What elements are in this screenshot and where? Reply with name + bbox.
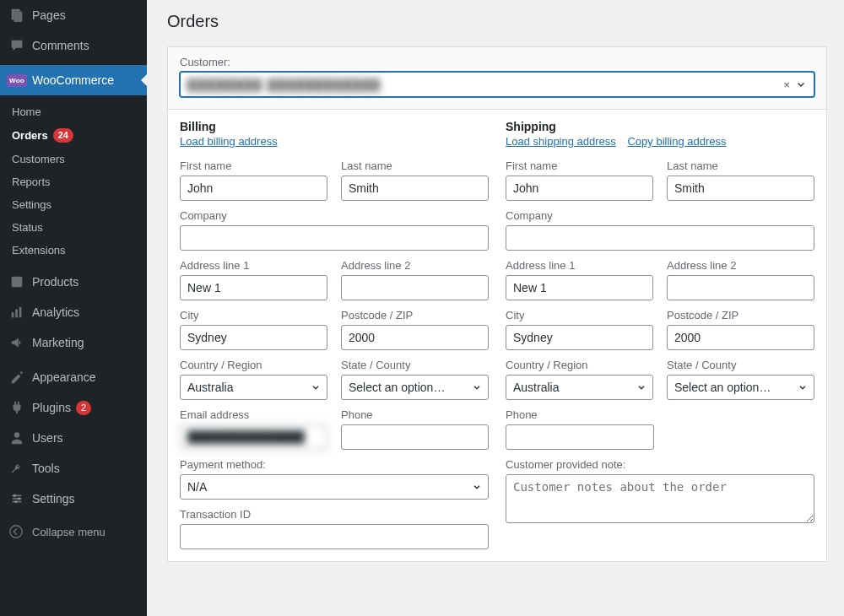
menu-comments[interactable]: Comments [0,30,147,61]
svg-rect-2 [14,12,22,23]
copy-billing-link[interactable]: Copy billing address [627,135,726,148]
svg-rect-5 [15,309,18,317]
billing-phone-input[interactable] [341,424,489,450]
products-icon [8,273,25,290]
submenu-home[interactable]: Home [0,100,147,123]
users-icon [8,430,25,446]
comments-icon [8,37,25,54]
shipping-state-label: State / County [667,359,814,371]
billing-addr2-input[interactable] [341,275,489,300]
billing-first-name-input[interactable] [180,176,327,201]
menu-label: Settings [32,492,75,505]
submenu-status[interactable]: Status [0,216,147,239]
shipping-company-input[interactable] [506,225,814,251]
menu-label: Marketing [32,336,84,349]
shipping-last-name-input[interactable] [667,176,814,201]
submenu-label: Home [12,105,41,118]
shipping-city-input[interactable] [506,325,653,350]
menu-tools[interactable]: Tools [0,453,147,484]
shipping-state-select[interactable]: Select an option… [667,375,814,400]
plugins-icon [8,399,25,416]
marketing-icon [8,334,25,351]
menu-label: Pages [32,8,66,22]
menu-plugins[interactable]: Plugins 2 [0,392,147,423]
appearance-icon [8,369,25,386]
billing-postcode-label: Postcode / ZIP [341,309,489,322]
billing-company-input[interactable] [180,225,489,251]
menu-label: Analytics [32,305,79,319]
shipping-first-name-label: First name [506,159,653,172]
clear-icon[interactable]: × [783,78,790,91]
billing-phone-label: Phone [341,408,489,421]
shipping-country-select[interactable]: Australia [506,375,653,400]
customer-note-label: Customer provided note: [506,458,814,471]
submenu-label: Reports [12,176,51,188]
shipping-addr1-input[interactable] [506,275,653,300]
billing-addr1-input[interactable] [180,275,327,300]
svg-rect-6 [19,307,22,318]
billing-email-input[interactable] [180,424,327,450]
submenu-orders[interactable]: Orders 24 [0,123,147,148]
chevron-down-icon [795,78,807,90]
shipping-postcode-label: Postcode / ZIP [667,309,814,322]
billing-last-name-label: Last name [341,159,489,172]
tools-icon [8,460,25,477]
billing-heading: Billing [180,120,489,133]
shipping-postcode-input[interactable] [667,325,814,350]
billing-addr1-label: Address line 1 [180,259,327,272]
payment-method-label: Payment method: [180,458,489,471]
billing-section: Billing Load billing address First name … [180,120,489,549]
customer-note-textarea[interactable] [506,474,814,523]
submenu-label: Status [12,221,43,234]
orders-count-badge: 24 [53,128,73,143]
shipping-addr2-input[interactable] [667,275,814,300]
billing-last-name-input[interactable] [341,176,489,201]
payment-method-select[interactable]: N/A [180,474,489,500]
menu-label: Appearance [32,370,96,384]
menu-label: Comments [32,39,89,52]
menu-woocommerce[interactable]: Woo WooCommerce [0,65,147,95]
shipping-last-name-label: Last name [667,159,814,172]
collapse-label: Collapse menu [32,526,106,538]
collapse-menu[interactable]: Collapse menu [0,517,147,546]
submenu-label: Extensions [12,244,66,257]
submenu-label: Settings [12,198,51,211]
settings-icon [8,490,25,507]
menu-pages[interactable]: Pages [0,0,147,30]
load-shipping-link[interactable]: Load shipping address [506,135,616,148]
customer-select[interactable]: ████████ ████████████ × [180,72,814,97]
admin-sidebar: Pages Comments Woo WooCommerce Home Orde… [0,0,147,616]
billing-addr2-label: Address line 2 [341,259,489,272]
menu-label: Tools [32,462,60,475]
billing-city-input[interactable] [180,325,327,350]
billing-country-select[interactable]: Australia [180,375,327,400]
submenu-label: Orders [12,129,48,142]
billing-state-select[interactable]: Select an option… [341,375,489,400]
submenu-extensions[interactable]: Extensions [0,239,147,262]
shipping-first-name-input[interactable] [506,176,653,201]
submenu-reports[interactable]: Reports [0,170,147,193]
transaction-id-label: Transaction ID [180,508,489,521]
shipping-city-label: City [506,309,653,322]
menu-analytics[interactable]: Analytics [0,297,147,327]
billing-country-label: Country / Region [180,359,327,371]
transaction-id-input[interactable] [180,524,489,549]
menu-marketing[interactable]: Marketing [0,327,147,358]
shipping-section: Shipping Load shipping address Copy bill… [506,120,814,549]
menu-appearance[interactable]: Appearance [0,362,147,392]
shipping-addr2-label: Address line 2 [667,259,814,272]
submenu-customers[interactable]: Customers [0,148,147,170]
menu-products[interactable]: Products [0,267,147,297]
load-billing-link[interactable]: Load billing address [180,135,278,148]
shipping-phone-input[interactable] [506,424,654,450]
menu-users[interactable]: Users [0,423,147,453]
svg-point-14 [10,526,22,538]
menu-settings[interactable]: Settings [0,484,147,514]
submenu-settings[interactable]: Settings [0,193,147,216]
menu-label: WooCommerce [32,73,114,87]
billing-city-label: City [180,309,327,322]
address-columns: Billing Load billing address First name … [167,110,827,562]
billing-postcode-input[interactable] [341,325,489,350]
woocommerce-icon: Woo [8,72,25,89]
customer-panel: Customer: ████████ ████████████ × [167,46,827,110]
